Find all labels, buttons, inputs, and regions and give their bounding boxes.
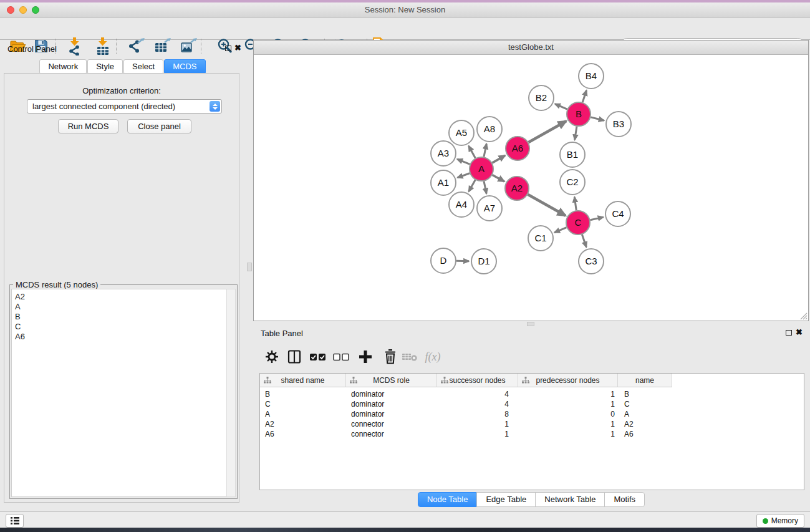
vertical-split-grip[interactable]: [247, 263, 252, 271]
cell: A2: [260, 419, 346, 429]
node-A4[interactable]: A4: [449, 192, 474, 217]
horizontal-split-grip[interactable]: [527, 322, 534, 326]
result-item[interactable]: A2: [15, 292, 228, 302]
column-header-predecessor-nodes[interactable]: predecessor nodes: [518, 374, 618, 387]
cell: A6: [618, 429, 672, 439]
node-A3[interactable]: A3: [431, 141, 456, 166]
edge-A-A8[interactable]: [484, 144, 486, 157]
edge-B-B1[interactable]: [575, 127, 577, 140]
node-C4[interactable]: C4: [605, 201, 630, 226]
column-header-successor-nodes[interactable]: successor nodes: [437, 374, 518, 387]
tab-edge-table[interactable]: Edge Table: [476, 492, 536, 507]
tab-motifs[interactable]: Motifs: [604, 492, 645, 507]
criterion-select[interactable]: largest connected component (directed): [27, 99, 222, 114]
node-A2[interactable]: A2: [505, 177, 529, 200]
edge-A-A7[interactable]: [484, 181, 486, 194]
node-B1[interactable]: B1: [560, 142, 585, 167]
tab-node-table[interactable]: Node Table: [418, 492, 478, 507]
edge-A-A1[interactable]: [458, 173, 470, 178]
edge-A-A6[interactable]: [492, 155, 505, 163]
resize-grip-icon[interactable]: [798, 310, 808, 320]
edge-A2-C[interactable]: [528, 195, 566, 216]
result-scrollbar[interactable]: [226, 289, 236, 497]
svg-text:A8: A8: [484, 123, 495, 134]
maximize-traffic-light[interactable]: [32, 6, 39, 14]
node-C[interactable]: C: [566, 211, 590, 235]
network-maximize-traffic-light[interactable]: [281, 44, 287, 51]
table-float-panel-icon[interactable]: [786, 330, 792, 336]
node-C3[interactable]: C3: [579, 249, 604, 274]
node-A6[interactable]: A6: [506, 137, 529, 160]
float-panel-icon[interactable]: [225, 46, 231, 51]
tab-network-table[interactable]: Network Table: [535, 492, 605, 507]
edge-B-B2[interactable]: [555, 104, 567, 110]
node-A7[interactable]: A7: [477, 196, 502, 221]
node-A1[interactable]: A1: [431, 170, 456, 195]
column-header-shared-name[interactable]: shared name: [260, 374, 346, 387]
svg-text:A4: A4: [456, 199, 467, 210]
tab-style[interactable]: Style: [87, 59, 123, 74]
minimize-traffic-light[interactable]: [19, 6, 27, 14]
edge-C-C4[interactable]: [591, 217, 604, 220]
edge-C-C3[interactable]: [582, 235, 586, 247]
node-A8[interactable]: A8: [477, 117, 502, 142]
network-minimize-traffic-light[interactable]: [270, 44, 277, 51]
trash-icon[interactable]: [380, 347, 401, 367]
tab-network[interactable]: Network: [39, 59, 87, 74]
cell: C: [260, 399, 346, 409]
cell: dominator: [346, 399, 437, 409]
network-close-traffic-light[interactable]: [259, 44, 266, 51]
edge-A-A3[interactable]: [457, 159, 470, 164]
node-D[interactable]: D: [431, 248, 456, 273]
node-B2[interactable]: B2: [529, 85, 554, 110]
node-A[interactable]: A: [470, 157, 493, 181]
task-history-button[interactable]: [6, 514, 24, 528]
edge-C-C1[interactable]: [554, 228, 566, 233]
table-row[interactable]: Adominator80A: [260, 409, 804, 419]
result-item[interactable]: C: [15, 322, 228, 332]
close-traffic-light[interactable]: [7, 6, 14, 14]
edge-A-A4[interactable]: [469, 180, 475, 191]
settings-gear-icon[interactable]: [261, 347, 282, 367]
cell: 1: [518, 399, 618, 409]
edge-C-C2[interactable]: [574, 197, 576, 210]
edge-A-A2[interactable]: [493, 175, 504, 181]
column-header-MCDS-role[interactable]: MCDS role: [346, 374, 437, 387]
edge-B-B4[interactable]: [582, 90, 586, 102]
tab-mcds[interactable]: MCDS: [164, 59, 205, 74]
edge-A-A5[interactable]: [469, 146, 476, 158]
result-item[interactable]: B: [15, 312, 228, 322]
edge-A6-B[interactable]: [528, 121, 566, 142]
clear-checkboxes-icon[interactable]: [330, 347, 352, 367]
table-row[interactable]: A6connector11A6: [260, 429, 804, 439]
split-columns-icon[interactable]: [284, 347, 305, 367]
edge-B-B3[interactable]: [591, 117, 604, 120]
table-close-panel-icon[interactable]: ✖: [796, 329, 803, 336]
select-checkboxes-icon[interactable]: [307, 347, 329, 367]
node-D1[interactable]: D1: [471, 249, 496, 274]
memory-button[interactable]: Memory: [756, 514, 804, 528]
add-icon[interactable]: [355, 347, 376, 367]
node-B4[interactable]: B4: [579, 64, 604, 89]
node-C1[interactable]: C1: [528, 226, 553, 251]
result-item[interactable]: A: [15, 302, 228, 312]
tab-select[interactable]: Select: [123, 59, 163, 74]
table-row[interactable]: Bdominator41B: [260, 389, 804, 399]
network-canvas[interactable]: B4B2BB3A8A5A6A3B1AA1C2A2A4A7C4CC1DC3D1: [254, 54, 808, 321]
cell: connector: [346, 419, 437, 429]
mcds-result-list[interactable]: A2ABCA6: [11, 289, 228, 497]
node-B[interactable]: B: [567, 102, 591, 126]
svg-text:C: C: [575, 217, 582, 228]
node-B3[interactable]: B3: [606, 112, 631, 137]
table-row[interactable]: Cdominator41C: [260, 399, 804, 409]
table-row[interactable]: A2connector11A2: [260, 419, 804, 429]
svg-text:A3: A3: [438, 148, 449, 158]
network-window-titlebar[interactable]: testGlobe.txt: [254, 41, 808, 55]
column-header-name[interactable]: name: [618, 374, 672, 387]
node-A5[interactable]: A5: [449, 120, 474, 145]
run-mcds-button[interactable]: Run MCDS: [58, 119, 118, 133]
close-panel-icon[interactable]: ✖: [234, 45, 241, 51]
close-panel-button[interactable]: Close panel: [127, 119, 191, 133]
node-C2[interactable]: C2: [560, 170, 585, 195]
result-item[interactable]: A6: [15, 332, 228, 342]
